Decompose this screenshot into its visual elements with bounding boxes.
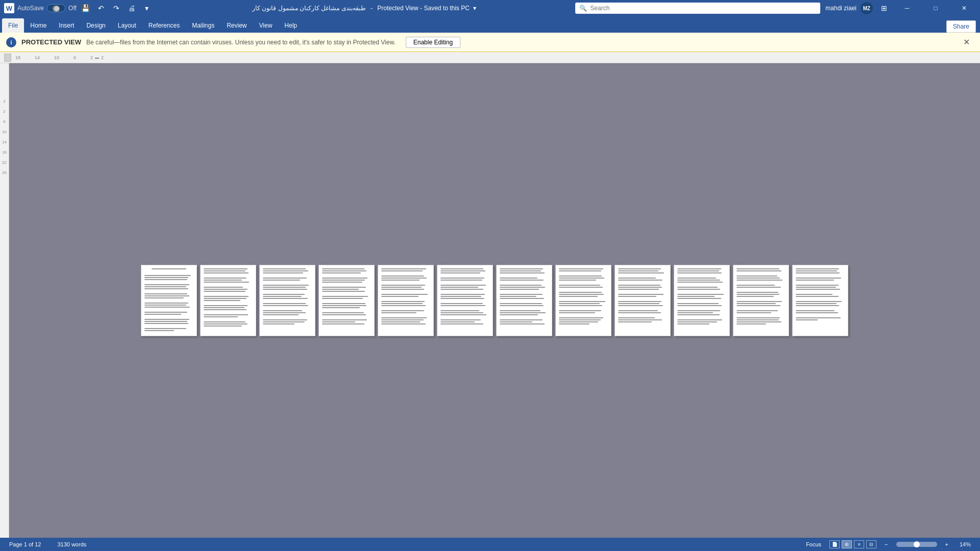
search-bar[interactable]: 🔍 [575,3,820,14]
user-avatar[interactable]: MZ [861,2,873,14]
doc-title-text: طبقه‌بندی مشاغل کارکنان مشمول قانون کار [252,5,366,12]
enable-editing-button[interactable]: Enable Editing [406,37,460,48]
autosave-label: AutoSave [17,5,44,12]
share-button[interactable]: Share [946,20,976,33]
protected-message: Be careful—files from the Internet can c… [86,39,396,46]
page-3 [259,265,315,336]
save-icon[interactable]: 💾 [80,2,92,14]
redo-icon[interactable]: ↷ [110,2,122,14]
page-8 [555,265,611,336]
tab-home[interactable]: Home [24,18,53,33]
view-outline-button[interactable]: ≡ [854,540,864,548]
page-11 [733,265,789,336]
main-area: 2 2 6 10 14 18 22 26 [0,63,980,538]
protected-view-bar: i PROTECTED VIEW Be careful—files from t… [0,33,980,52]
page-5 [378,265,434,336]
tab-insert[interactable]: Insert [53,18,80,33]
view-draft-button[interactable]: ⊟ [866,540,876,548]
zoom-minus[interactable]: − [881,540,891,548]
ruler-corner [4,54,11,62]
search-input[interactable] [590,5,816,12]
close-button[interactable]: ✕ [952,0,976,16]
page-9 [615,265,671,336]
ribbon-tabs: File Home Insert Design Layout Reference… [0,16,980,33]
zoom-percent[interactable]: 14% [957,540,974,548]
page-2 [200,265,256,336]
close-protected-bar[interactable]: ✕ [959,35,974,49]
protected-icon: i [6,37,16,47]
left-ruler: 2 2 6 10 14 18 22 26 [0,63,9,538]
autosave-off: Off [68,5,77,12]
status-bar: Page 1 of 12 3130 words Focus 📄 ⊞ ≡ ⊟ − … [0,538,980,551]
zoom-thumb [914,541,920,547]
page-7 [496,265,552,336]
tab-mailings[interactable]: Mailings [186,18,220,33]
page-12 [792,265,848,336]
word-logo: W [4,3,14,13]
word-count[interactable]: 3130 words [54,540,89,548]
view-web-button[interactable]: ⊞ [842,540,852,548]
maximize-button[interactable]: □ [924,0,947,16]
page-1 [141,265,197,336]
view-print-button[interactable]: 📄 [829,540,840,548]
tab-layout[interactable]: Layout [112,18,142,33]
page-10 [674,265,730,336]
status-left: Page 1 of 12 3130 words [6,540,89,548]
doc-status: Protected View - Saved to this PC [377,5,470,12]
print-icon[interactable]: 🖨 [126,2,138,14]
protected-title: PROTECTED VIEW [21,38,81,46]
page-4 [318,265,375,336]
tab-file[interactable]: File [2,18,24,33]
document-title-bar: طبقه‌بندی مشاغل کارکنان مشمول قانون کار … [153,5,575,12]
customize-icon[interactable]: ▾ [141,2,153,14]
zoom-slider[interactable] [896,542,937,547]
title-bar: W AutoSave Off 💾 ↶ ↷ 🖨 ▾ طبقه‌بندی مشاغل… [0,0,980,16]
search-icon: 🔍 [579,5,587,12]
page-6 [437,265,493,336]
zoom-plus[interactable]: + [942,540,951,548]
status-right: Focus 📄 ⊞ ≡ ⊟ − + 14% [803,540,974,548]
autosave-toggle[interactable] [47,4,65,12]
ribbon-display-icon[interactable]: ⊞ [878,2,890,14]
page-info[interactable]: Page 1 of 12 [6,540,44,548]
focus-button[interactable]: Focus [803,540,824,548]
tab-help[interactable]: Help [278,18,303,33]
tab-review[interactable]: Review [220,18,253,33]
ruler: 18 14 10 6 2 2 [0,52,980,63]
undo-icon[interactable]: ↶ [95,2,107,14]
user-name: mahdi ziaei [825,5,856,12]
pages-row [141,265,848,336]
tab-references[interactable]: References [142,18,186,33]
document-area[interactable] [9,63,980,538]
titlebar-left: W AutoSave Off 💾 ↶ ↷ 🖨 ▾ [4,2,153,14]
tab-view[interactable]: View [253,18,279,33]
user-area: mahdi ziaei MZ [825,2,873,14]
tab-design[interactable]: Design [80,18,111,33]
minimize-button[interactable]: ─ [895,0,919,16]
